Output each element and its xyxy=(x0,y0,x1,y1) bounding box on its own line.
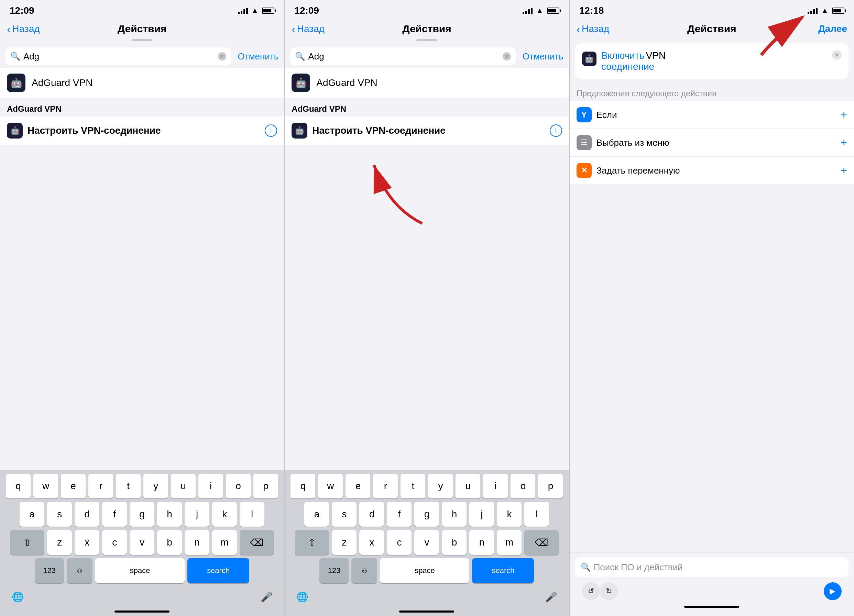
key-r-1[interactable]: r xyxy=(88,474,113,499)
key-r-2[interactable]: r xyxy=(373,474,398,499)
back-button-2[interactable]: ‹ Назад xyxy=(291,22,325,36)
search-cancel-btn-1[interactable]: Отменить xyxy=(238,51,279,62)
vpn-close-btn[interactable]: × xyxy=(832,50,842,60)
key-s-1[interactable]: s xyxy=(47,502,72,527)
send-btn[interactable]: ▶ xyxy=(824,582,842,600)
key-k-1[interactable]: k xyxy=(212,502,237,527)
key-mic-2[interactable]: 🎤 xyxy=(540,586,563,607)
back-button-1[interactable]: ‹ Назад xyxy=(7,22,40,36)
key-j-2[interactable]: j xyxy=(469,502,494,527)
key-b-2[interactable]: b xyxy=(442,530,467,555)
key-emoji-2[interactable]: ☺ xyxy=(351,558,377,583)
search-input-2[interactable]: Adg xyxy=(308,51,500,62)
key-p-1[interactable]: p xyxy=(253,474,278,499)
key-y-2[interactable]: y xyxy=(428,474,453,499)
action-item-2-0[interactable]: 🤖 Настроить VPN-соединение i xyxy=(285,116,569,145)
key-w-2[interactable]: w xyxy=(318,474,343,499)
key-k-2[interactable]: k xyxy=(497,502,522,527)
suggestion-add-btn-0[interactable]: + xyxy=(840,108,847,121)
key-num-2[interactable]: 123 xyxy=(319,558,349,583)
key-g-2[interactable]: g xyxy=(414,502,439,527)
key-v-1[interactable]: v xyxy=(130,530,154,555)
key-backspace-1[interactable]: ⌫ xyxy=(239,530,274,555)
key-f-2[interactable]: f xyxy=(387,502,412,527)
key-j-1[interactable]: j xyxy=(185,502,209,527)
search-clear-btn-1[interactable]: × xyxy=(218,52,226,61)
key-i-2[interactable]: i xyxy=(483,474,508,499)
key-l-1[interactable]: l xyxy=(239,502,264,527)
key-m-1[interactable]: m xyxy=(212,530,237,555)
key-globe-2[interactable]: 🌐 xyxy=(290,586,314,607)
key-z-2[interactable]: z xyxy=(332,530,357,555)
key-mic-1[interactable]: 🎤 xyxy=(255,586,279,607)
key-i-1[interactable]: i xyxy=(198,474,223,499)
key-shift-2[interactable]: ⇧ xyxy=(294,530,329,555)
suggestion-add-btn-2[interactable]: + xyxy=(840,164,847,177)
key-backspace-2[interactable]: ⌫ xyxy=(524,530,559,555)
key-h-1[interactable]: h xyxy=(157,502,182,527)
key-n-1[interactable]: n xyxy=(185,530,209,555)
key-o-2[interactable]: o xyxy=(511,474,535,499)
key-e-1[interactable]: e xyxy=(61,474,85,499)
key-n-2[interactable]: n xyxy=(469,530,494,555)
info-btn-2-0[interactable]: i xyxy=(550,124,562,137)
key-search-1[interactable]: search xyxy=(188,558,249,583)
search-input-1[interactable]: Adg xyxy=(23,51,215,62)
key-w-1[interactable]: w xyxy=(34,474,58,499)
key-space-1[interactable]: space xyxy=(95,558,185,583)
key-p-2[interactable]: p xyxy=(538,474,563,499)
undo-btn[interactable]: ↺ xyxy=(582,582,600,600)
key-s-2[interactable]: s xyxy=(332,502,357,527)
vpn-card-text: Включить VPN соединение xyxy=(601,50,666,72)
key-u-1[interactable]: u xyxy=(171,474,196,499)
key-x-1[interactable]: x xyxy=(75,530,99,555)
suggestion-row-1[interactable]: ☰ Выбрать из меню + xyxy=(570,129,854,157)
key-o-1[interactable]: o xyxy=(226,474,251,499)
key-t-1[interactable]: t xyxy=(116,474,140,499)
key-a-2[interactable]: a xyxy=(304,502,329,527)
key-b-1[interactable]: b xyxy=(157,530,182,555)
search-bar-1[interactable]: 🔍 Adg × xyxy=(6,47,231,65)
key-search-2[interactable]: search xyxy=(472,558,534,583)
search-bar-2[interactable]: 🔍 Adg × xyxy=(290,47,516,65)
key-d-1[interactable]: d xyxy=(75,502,99,527)
key-a-1[interactable]: a xyxy=(20,502,44,527)
app-item-1[interactable]: 🤖 AdGuard VPN xyxy=(0,68,284,98)
bottom-search-bar[interactable]: 🔍 Поиск ПО и действий xyxy=(575,558,848,577)
key-t-2[interactable]: t xyxy=(401,474,425,499)
key-m-2[interactable]: m xyxy=(497,530,522,555)
key-u-2[interactable]: u xyxy=(456,474,480,499)
key-h-2[interactable]: h xyxy=(442,502,467,527)
key-v-2[interactable]: v xyxy=(414,530,439,555)
key-f-1[interactable]: f xyxy=(102,502,127,527)
key-space-2[interactable]: space xyxy=(380,558,469,583)
key-z-1[interactable]: z xyxy=(47,530,72,555)
search-cancel-btn-2[interactable]: Отменить xyxy=(523,51,563,62)
info-btn-1-0[interactable]: i xyxy=(265,124,277,137)
key-q-2[interactable]: q xyxy=(291,474,315,499)
app-item-2[interactable]: 🤖 AdGuard VPN xyxy=(285,68,569,98)
suggestion-row-0[interactable]: Y Если + xyxy=(570,101,854,129)
key-e-2[interactable]: e xyxy=(346,474,370,499)
key-num-1[interactable]: 123 xyxy=(35,558,64,583)
back-button-3[interactable]: ‹ Назад xyxy=(576,22,610,36)
key-shift-1[interactable]: ⇧ xyxy=(10,530,44,555)
action-item-1-0[interactable]: 🤖 Настроить VPN-соединение i xyxy=(0,116,284,145)
vpn-action-card[interactable]: 🤖 Включить VPN соединение × xyxy=(575,43,848,79)
key-q-1[interactable]: q xyxy=(6,474,30,499)
key-c-1[interactable]: c xyxy=(102,530,127,555)
next-button-3[interactable]: Далее xyxy=(818,23,847,34)
search-clear-btn-2[interactable]: × xyxy=(503,52,511,61)
redo-btn[interactable]: ↻ xyxy=(600,582,618,600)
suggestion-row-2[interactable]: ✕ Задать переменную + xyxy=(570,157,854,184)
key-l-2[interactable]: l xyxy=(524,502,549,527)
key-d-2[interactable]: d xyxy=(359,502,384,527)
key-y-1[interactable]: y xyxy=(143,474,168,499)
key-c-2[interactable]: c xyxy=(387,530,412,555)
key-x-2[interactable]: x xyxy=(359,530,384,555)
key-g-1[interactable]: g xyxy=(130,502,154,527)
suggestion-icon-char-2: ✕ xyxy=(581,166,587,175)
key-globe-1[interactable]: 🌐 xyxy=(6,586,30,607)
key-emoji-1[interactable]: ☺ xyxy=(67,558,93,583)
suggestion-add-btn-1[interactable]: + xyxy=(840,136,847,149)
